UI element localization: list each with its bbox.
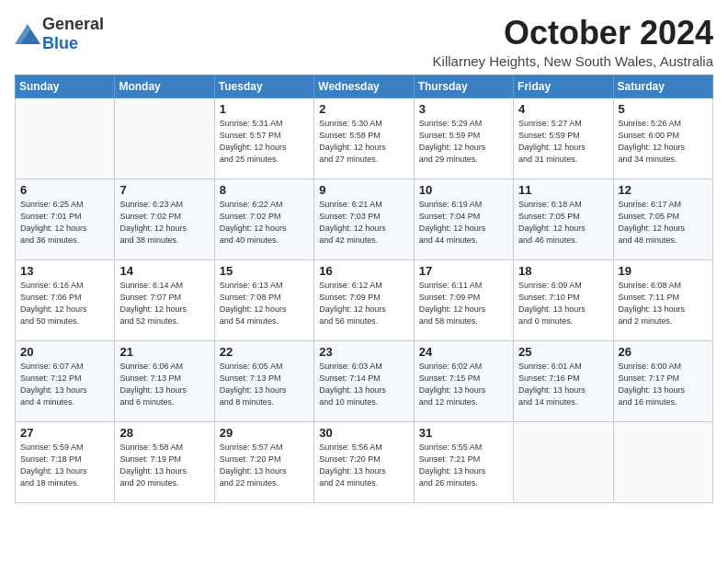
calendar-cell: 28Sunrise: 5:58 AM Sunset: 7:19 PM Dayli… [115, 421, 214, 502]
day-number: 14 [119, 264, 209, 278]
calendar-cell: 12Sunrise: 6:17 AM Sunset: 7:05 PM Dayli… [613, 178, 712, 259]
day-number: 1 [220, 102, 309, 116]
calendar-week-3: 13Sunrise: 6:16 AM Sunset: 7:06 PM Dayli… [16, 259, 713, 340]
day-detail: Sunrise: 6:19 AM Sunset: 7:04 PM Dayligh… [419, 199, 508, 247]
calendar-cell: 29Sunrise: 5:57 AM Sunset: 7:20 PM Dayli… [214, 421, 313, 502]
calendar-cell: 2Sunrise: 5:30 AM Sunset: 5:58 PM Daylig… [314, 98, 414, 178]
day-detail: Sunrise: 5:59 AM Sunset: 7:18 PM Dayligh… [20, 442, 109, 489]
day-detail: Sunrise: 6:12 AM Sunset: 7:09 PM Dayligh… [319, 280, 408, 327]
calendar-week-5: 27Sunrise: 5:59 AM Sunset: 7:18 PM Dayli… [16, 421, 713, 502]
day-number: 29 [220, 426, 309, 440]
day-number: 8 [220, 183, 309, 197]
day-detail: Sunrise: 5:26 AM Sunset: 6:00 PM Dayligh… [619, 118, 708, 166]
day-detail: Sunrise: 6:22 AM Sunset: 7:02 PM Dayligh… [220, 199, 309, 247]
calendar-header-row: SundayMondayTuesdayWednesdayThursdayFrid… [16, 75, 713, 98]
day-number: 13 [20, 264, 109, 278]
day-detail: Sunrise: 6:08 AM Sunset: 7:11 PM Dayligh… [619, 280, 708, 327]
calendar-cell: 24Sunrise: 6:02 AM Sunset: 7:15 PM Dayli… [414, 340, 513, 421]
day-number: 10 [419, 183, 508, 197]
calendar-cell: 5Sunrise: 5:26 AM Sunset: 6:00 PM Daylig… [613, 98, 712, 178]
calendar-header-friday: Friday [514, 75, 613, 98]
calendar-cell [115, 98, 214, 178]
day-number: 4 [518, 102, 608, 116]
day-number: 17 [419, 264, 508, 278]
day-number: 6 [20, 183, 109, 197]
calendar-cell: 19Sunrise: 6:08 AM Sunset: 7:11 PM Dayli… [613, 259, 712, 340]
day-number: 2 [319, 102, 408, 116]
day-detail: Sunrise: 5:30 AM Sunset: 5:58 PM Dayligh… [319, 118, 408, 166]
header: General Blue October 2024 Killarney Heig… [15, 15, 713, 69]
day-detail: Sunrise: 6:00 AM Sunset: 7:17 PM Dayligh… [619, 361, 708, 408]
location: Killarney Heights, New South Wales, Aust… [433, 53, 713, 69]
day-detail: Sunrise: 6:16 AM Sunset: 7:06 PM Dayligh… [20, 280, 109, 327]
calendar-cell: 3Sunrise: 5:29 AM Sunset: 5:59 PM Daylig… [414, 98, 513, 178]
calendar-week-1: 1Sunrise: 5:31 AM Sunset: 5:57 PM Daylig… [16, 98, 713, 178]
calendar-cell: 18Sunrise: 6:09 AM Sunset: 7:10 PM Dayli… [514, 259, 613, 340]
calendar-cell: 11Sunrise: 6:18 AM Sunset: 7:05 PM Dayli… [514, 178, 613, 259]
calendar-cell: 9Sunrise: 6:21 AM Sunset: 7:03 PM Daylig… [314, 178, 414, 259]
day-number: 23 [319, 345, 408, 359]
calendar-cell: 6Sunrise: 6:25 AM Sunset: 7:01 PM Daylig… [16, 178, 115, 259]
calendar-week-2: 6Sunrise: 6:25 AM Sunset: 7:01 PM Daylig… [16, 178, 713, 259]
day-number: 16 [319, 264, 408, 278]
calendar-cell: 10Sunrise: 6:19 AM Sunset: 7:04 PM Dayli… [414, 178, 513, 259]
logo-icon [15, 24, 40, 44]
logo: General Blue [15, 15, 104, 53]
calendar-cell: 25Sunrise: 6:01 AM Sunset: 7:16 PM Dayli… [514, 340, 613, 421]
calendar-cell: 16Sunrise: 6:12 AM Sunset: 7:09 PM Dayli… [314, 259, 414, 340]
calendar-week-4: 20Sunrise: 6:07 AM Sunset: 7:12 PM Dayli… [16, 340, 713, 421]
calendar-cell [613, 421, 712, 502]
calendar-cell: 1Sunrise: 5:31 AM Sunset: 5:57 PM Daylig… [214, 98, 313, 178]
day-number: 31 [419, 426, 508, 440]
day-detail: Sunrise: 5:56 AM Sunset: 7:20 PM Dayligh… [319, 442, 408, 489]
day-number: 19 [619, 264, 708, 278]
day-detail: Sunrise: 6:05 AM Sunset: 7:13 PM Dayligh… [220, 361, 309, 408]
day-number: 24 [419, 345, 508, 359]
calendar-header-tuesday: Tuesday [214, 75, 313, 98]
day-detail: Sunrise: 6:09 AM Sunset: 7:10 PM Dayligh… [518, 280, 608, 327]
calendar-cell [514, 421, 613, 502]
day-number: 7 [119, 183, 209, 197]
logo-blue: Blue [42, 34, 78, 52]
calendar-header-wednesday: Wednesday [314, 75, 414, 98]
day-detail: Sunrise: 6:25 AM Sunset: 7:01 PM Dayligh… [20, 199, 109, 247]
day-detail: Sunrise: 6:01 AM Sunset: 7:16 PM Dayligh… [518, 361, 608, 408]
day-number: 25 [518, 345, 608, 359]
calendar-cell: 31Sunrise: 5:55 AM Sunset: 7:21 PM Dayli… [414, 421, 513, 502]
day-detail: Sunrise: 5:58 AM Sunset: 7:19 PM Dayligh… [119, 442, 209, 489]
day-detail: Sunrise: 6:18 AM Sunset: 7:05 PM Dayligh… [518, 199, 608, 247]
day-number: 28 [119, 426, 209, 440]
calendar-cell: 26Sunrise: 6:00 AM Sunset: 7:17 PM Dayli… [613, 340, 712, 421]
logo-general: General [42, 15, 104, 34]
calendar-header-thursday: Thursday [414, 75, 513, 98]
day-detail: Sunrise: 5:29 AM Sunset: 5:59 PM Dayligh… [419, 118, 508, 166]
calendar-cell: 20Sunrise: 6:07 AM Sunset: 7:12 PM Dayli… [16, 340, 115, 421]
day-detail: Sunrise: 6:14 AM Sunset: 7:07 PM Dayligh… [119, 280, 209, 327]
month-title: October 2024 [433, 15, 713, 52]
day-number: 12 [619, 183, 708, 197]
day-number: 11 [518, 183, 608, 197]
calendar: SundayMondayTuesdayWednesdayThursdayFrid… [15, 75, 713, 503]
calendar-cell: 23Sunrise: 6:03 AM Sunset: 7:14 PM Dayli… [314, 340, 414, 421]
day-number: 20 [20, 345, 109, 359]
day-number: 21 [119, 345, 209, 359]
day-number: 22 [220, 345, 309, 359]
day-detail: Sunrise: 6:02 AM Sunset: 7:15 PM Dayligh… [419, 361, 508, 408]
calendar-cell: 17Sunrise: 6:11 AM Sunset: 7:09 PM Dayli… [414, 259, 513, 340]
calendar-cell: 13Sunrise: 6:16 AM Sunset: 7:06 PM Dayli… [16, 259, 115, 340]
day-number: 18 [518, 264, 608, 278]
day-detail: Sunrise: 6:03 AM Sunset: 7:14 PM Dayligh… [319, 361, 408, 408]
day-number: 30 [319, 426, 408, 440]
page: General Blue October 2024 Killarney Heig… [0, 0, 728, 512]
calendar-header-sunday: Sunday [16, 75, 115, 98]
day-detail: Sunrise: 5:57 AM Sunset: 7:20 PM Dayligh… [220, 442, 309, 489]
day-detail: Sunrise: 5:31 AM Sunset: 5:57 PM Dayligh… [220, 118, 309, 166]
day-detail: Sunrise: 6:21 AM Sunset: 7:03 PM Dayligh… [319, 199, 408, 247]
day-detail: Sunrise: 6:07 AM Sunset: 7:12 PM Dayligh… [20, 361, 109, 408]
calendar-cell: 30Sunrise: 5:56 AM Sunset: 7:20 PM Dayli… [314, 421, 414, 502]
day-number: 27 [20, 426, 109, 440]
calendar-cell: 15Sunrise: 6:13 AM Sunset: 7:08 PM Dayli… [214, 259, 313, 340]
day-detail: Sunrise: 6:23 AM Sunset: 7:02 PM Dayligh… [119, 199, 209, 247]
day-number: 9 [319, 183, 408, 197]
day-detail: Sunrise: 5:55 AM Sunset: 7:21 PM Dayligh… [419, 442, 508, 489]
